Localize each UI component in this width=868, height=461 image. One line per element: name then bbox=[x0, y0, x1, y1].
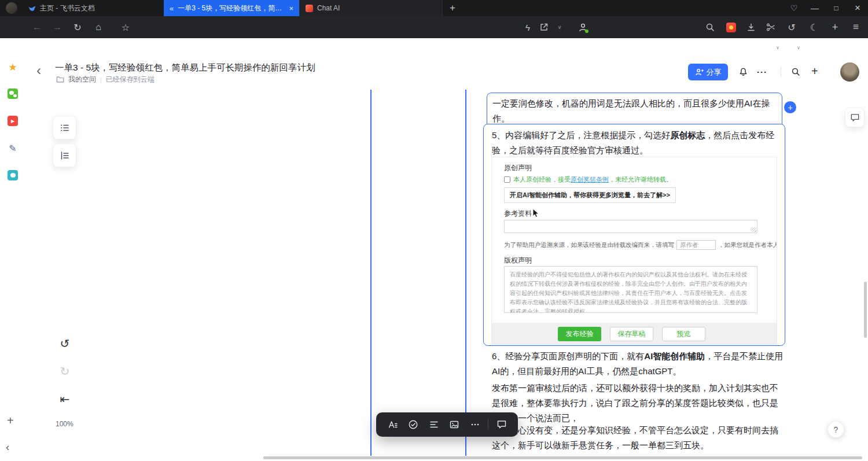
breadcrumb-divider: | bbox=[100, 76, 102, 83]
outline-icon bbox=[60, 123, 70, 133]
toc-icon bbox=[60, 150, 70, 161]
download-icon[interactable] bbox=[744, 20, 758, 34]
tab-current-doc[interactable]: « 一单3 - 5块，写经验领红包，简单易... × bbox=[164, 0, 299, 16]
share-page-icon[interactable] bbox=[537, 20, 551, 34]
user-avatar[interactable] bbox=[840, 62, 859, 82]
todo-check-icon[interactable] bbox=[406, 417, 421, 432]
ai-assist-banner[interactable]: 开启AI智能创作辅助，帮你获得更多浏览量，前去了解>> bbox=[504, 187, 676, 203]
forward-icon[interactable]: → bbox=[50, 20, 64, 34]
comment-icon[interactable] bbox=[494, 417, 509, 432]
reload-icon[interactable]: ↻ bbox=[71, 20, 84, 34]
original-author-input[interactable]: 原作者 bbox=[676, 240, 716, 250]
list-icon[interactable] bbox=[426, 417, 442, 432]
undo-chevron-icon[interactable]: ∨ bbox=[797, 45, 800, 50]
image-icon[interactable] bbox=[447, 417, 462, 432]
share-chevron-icon[interactable]: ∨ bbox=[553, 20, 567, 34]
minimize-button[interactable]: — bbox=[808, 1, 822, 15]
original-declaration-checkbox[interactable] bbox=[504, 176, 510, 183]
doc-favorite-star[interactable]: ☆ bbox=[290, 63, 297, 73]
night-mode-moon-icon[interactable]: ☾ bbox=[807, 20, 821, 34]
dock-video-icon[interactable]: ▶ bbox=[7, 116, 19, 126]
outline-toggle-button[interactable] bbox=[53, 116, 76, 139]
redo-button[interactable]: ↻ bbox=[58, 364, 72, 378]
doc-search-icon[interactable] bbox=[788, 64, 803, 79]
feishu-favicon bbox=[28, 4, 36, 12]
favorite-heart-icon[interactable]: ♡ bbox=[787, 1, 801, 15]
browser-window: 主页 - 飞书云文档 « 一单3 - 5块，写经验领红包，简单易... × Ch… bbox=[0, 0, 868, 461]
menu-icon[interactable]: ≡ bbox=[849, 20, 863, 34]
screenshot-scissors-icon[interactable] bbox=[764, 20, 778, 34]
vertical-scrollbar[interactable] bbox=[864, 282, 867, 338]
notifications-bell-icon[interactable] bbox=[735, 64, 751, 79]
reference-input[interactable] bbox=[504, 220, 757, 233]
zoom-level[interactable]: 100% bbox=[56, 420, 73, 428]
doc-title[interactable]: 一单3 - 5块，写经验领红包，简单易上手可长期操作的新回享计划 bbox=[55, 62, 315, 74]
dock-messenger-icon[interactable] bbox=[7, 170, 19, 180]
original-declaration-row: 本人原创经验，接受原创奖惩条例，未经允许谢绝转载。 bbox=[504, 175, 672, 184]
add-icon[interactable]: + bbox=[828, 20, 842, 34]
preview-button[interactable]: 预览 bbox=[662, 327, 705, 341]
embedded-image-baidu-publish-form[interactable]: 原创声明 本人原创经验，接受原创奖惩条例，未经允许谢绝转载。 开启AI智能创作辅… bbox=[491, 157, 777, 345]
para8-text: 但是核心没有变，还是分享知识经验，不管平台怎么设定，只要有时间去搞这个，新手可以… bbox=[492, 423, 784, 453]
profile-person-icon[interactable] bbox=[576, 20, 590, 34]
para7-text: 发布第一篇审核过后的话，还可以额外获得十块的奖励，加入计划其实也不是很难，整体要… bbox=[492, 381, 784, 426]
more-tools-icon[interactable] bbox=[468, 417, 483, 432]
form-footer-bar: 发布经验 保存草稿 预览 bbox=[492, 323, 777, 345]
new-tab-button[interactable]: + bbox=[446, 1, 459, 15]
dock-favorites-icon[interactable]: ★ bbox=[7, 61, 19, 73]
source-hint-row: 为了帮助用户追溯来源，如果该经验是由转载改编而来，请填写 原作者 ，如果您就是作… bbox=[504, 240, 777, 250]
plus-icon: + bbox=[788, 103, 792, 112]
undo-icon[interactable]: ↺ bbox=[785, 20, 799, 34]
chat-ai-favicon bbox=[306, 5, 313, 12]
tab-feishu-home[interactable]: 主页 - 飞书云文档 bbox=[22, 0, 163, 16]
share-button[interactable]: 分享 bbox=[688, 64, 728, 80]
doc-block-para8[interactable]: 但是核心没有变，还是分享知识经验，不管平台怎么设定，只要有时间去搞这个，新手可以… bbox=[492, 423, 784, 453]
header-divider bbox=[781, 66, 781, 78]
breadcrumb-space[interactable]: 我的空间 bbox=[68, 75, 96, 84]
home-icon[interactable]: ⌂ bbox=[91, 20, 105, 34]
horizontal-scrollbar[interactable] bbox=[263, 456, 862, 459]
back-icon[interactable]: ← bbox=[30, 20, 44, 34]
share-label: 分享 bbox=[707, 67, 722, 78]
browser-toolbar: ← → ↻ ⌂ ☆ ϟ ∨ ∨ ↺ ∨ ☾ + ≡ bbox=[0, 16, 868, 38]
more-options-icon[interactable]: ··· bbox=[757, 67, 767, 77]
floating-format-toolbar bbox=[376, 412, 518, 437]
tab-title: 一单3 - 5块，写经验领红包，简单易... bbox=[178, 3, 282, 13]
sidebar-add-button[interactable]: + bbox=[7, 414, 14, 427]
doc-block-step5[interactable]: 5、内容编辑好了之后，注意根据提示，勾选好原创标志，然后点击发布经验，之后就等待… bbox=[483, 124, 785, 346]
maximize-button[interactable]: □ bbox=[829, 1, 843, 15]
publish-button[interactable]: 发布经验 bbox=[558, 327, 601, 341]
lightning-icon[interactable]: ϟ bbox=[521, 20, 535, 34]
fit-width-button[interactable]: ⇤ bbox=[58, 392, 72, 406]
toc-toggle-button[interactable] bbox=[53, 143, 76, 167]
reward-rules-link[interactable]: 原创奖惩条例 bbox=[571, 176, 609, 183]
help-button[interactable]: ? bbox=[827, 421, 844, 438]
copyright-text-box: 百度经验的用户不得侵犯包括他人的著作权在内的知识产权以及其他合法权利。请勿在未经… bbox=[504, 266, 757, 313]
insert-block-button[interactable]: + bbox=[784, 101, 796, 113]
search-icon[interactable] bbox=[703, 20, 717, 34]
text-style-icon[interactable] bbox=[385, 417, 400, 432]
doc-back-button[interactable]: ‹ bbox=[36, 64, 41, 78]
dock-notes-pen-icon[interactable]: ✎ bbox=[7, 143, 19, 154]
breadcrumb: 我的空间 | 已经保存到云端 bbox=[56, 75, 155, 84]
original-declaration-label: 原创声明 bbox=[504, 163, 532, 173]
close-window-button[interactable]: × bbox=[851, 1, 865, 15]
undo-button[interactable]: ↺ bbox=[58, 337, 72, 351]
doc-block-step6[interactable]: 6、经验分享页面原创声明的下面，就有AI智能创作辅助，平台是不禁止使用AI的，但… bbox=[492, 349, 784, 379]
dock-wechat-icon[interactable] bbox=[7, 88, 19, 99]
tab-chat-ai[interactable]: Chat AI bbox=[299, 0, 443, 16]
sidebar-collapse-button[interactable]: ‹ bbox=[6, 441, 9, 453]
copyright-label: 版权声明 bbox=[504, 256, 532, 265]
comments-panel-button[interactable] bbox=[845, 108, 865, 127]
original-declaration-text: 本人原创经验，接受原创奖惩条例，未经允许谢绝转载。 bbox=[513, 175, 672, 184]
tab-close-icon[interactable]: × bbox=[286, 4, 293, 13]
browser-profile-avatar[interactable] bbox=[6, 2, 17, 14]
save-draft-button[interactable]: 保存草稿 bbox=[610, 327, 653, 341]
red-packet-promo-icon[interactable] bbox=[724, 20, 738, 34]
doc-add-icon[interactable]: + bbox=[811, 65, 818, 78]
scissors-chevron-icon[interactable]: ∨ bbox=[776, 45, 779, 50]
bookmark-star-icon[interactable]: ☆ bbox=[119, 20, 133, 34]
tab-title: Chat AI bbox=[317, 4, 436, 12]
browser-tab-bar: 主页 - 飞书云文档 « 一单3 - 5块，写经验领红包，简单易... × Ch… bbox=[0, 0, 868, 16]
doc-block-para7[interactable]: 发布第一篇审核过后的话，还可以额外获得十块的奖励，加入计划其实也不是很难，整体要… bbox=[492, 381, 784, 426]
